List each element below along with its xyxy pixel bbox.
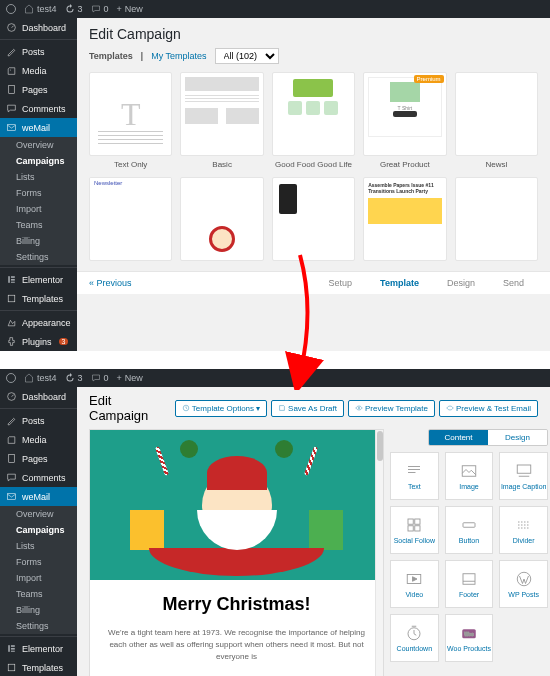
- email-body-text[interactable]: We're a tight team here at 1973. We reco…: [104, 627, 369, 663]
- template-card[interactable]: How Consumers' Trends are Transforming t…: [272, 177, 355, 261]
- admin-sidebar: Dashboard Posts Media Pages Comments weM…: [0, 18, 77, 351]
- template-card[interactable]: Good Food Good Life: [272, 72, 355, 169]
- sidebar-sub-lists[interactable]: Lists: [0, 169, 77, 185]
- widget-woo[interactable]: WooWoo Products: [445, 614, 494, 662]
- template-card[interactable]: TText Only: [89, 72, 172, 169]
- sidebar-wemail[interactable]: weMail: [0, 118, 77, 137]
- page-title: Edit Campaign: [89, 393, 171, 423]
- widget-social[interactable]: Social Follow: [390, 506, 439, 554]
- email-canvas[interactable]: Merry Christmas! We're a tight team here…: [89, 429, 384, 676]
- svg-rect-23: [408, 519, 413, 524]
- sidebar-wemail[interactable]: weMail: [0, 487, 77, 506]
- wp-logo-icon[interactable]: [6, 4, 16, 14]
- svg-rect-18: [8, 664, 15, 671]
- sidebar-elementor[interactable]: Elementor: [0, 636, 77, 658]
- sidebar-dashboard[interactable]: Dashboard: [0, 387, 77, 406]
- sidebar-sub-import[interactable]: Import: [0, 570, 77, 586]
- template-card[interactable]: PremiumT ShirtGreat Product: [363, 72, 446, 169]
- sidebar-templates[interactable]: Templates: [0, 658, 77, 676]
- filter-category-select[interactable]: All (102): [215, 48, 279, 64]
- widget-text[interactable]: Text: [390, 452, 439, 500]
- template-options-button[interactable]: Template Options ▾: [175, 400, 267, 417]
- site-link[interactable]: test4: [24, 4, 57, 14]
- widget-wpposts[interactable]: WP Posts: [499, 560, 548, 608]
- admin-bar: test4 3 0 + New: [0, 369, 550, 387]
- preview-button[interactable]: Preview Template: [348, 400, 435, 417]
- updates-link[interactable]: 3: [65, 373, 83, 383]
- widget-divider[interactable]: Divider: [499, 506, 548, 554]
- svg-rect-15: [11, 645, 15, 647]
- widget-button[interactable]: Button: [445, 506, 494, 554]
- widget-footer[interactable]: Footer: [445, 560, 494, 608]
- sidebar-elementor[interactable]: Elementor: [0, 267, 77, 289]
- sidebar-sub-teams[interactable]: Teams: [0, 217, 77, 233]
- svg-rect-4: [8, 125, 16, 131]
- widget-image-caption[interactable]: Image Caption: [499, 452, 548, 500]
- svg-rect-12: [9, 455, 15, 463]
- hero-image: [90, 430, 383, 580]
- template-card[interactable]: Newsl: [455, 72, 538, 169]
- tab-content[interactable]: Content: [429, 430, 488, 445]
- canvas-scrollbar[interactable]: [375, 430, 383, 676]
- svg-point-20: [358, 407, 360, 409]
- sidebar-appearance[interactable]: Appearance: [0, 310, 77, 332]
- new-link[interactable]: + New: [117, 373, 143, 383]
- template-card[interactable]: [180, 177, 263, 261]
- sidebar-media[interactable]: Media: [0, 61, 77, 80]
- new-link[interactable]: + New: [117, 4, 143, 14]
- step-template[interactable]: Template: [380, 278, 419, 288]
- sidebar-sub-lists[interactable]: Lists: [0, 538, 77, 554]
- step-send[interactable]: Send: [503, 278, 524, 288]
- main-content: Edit Campaign Templates | My Templates A…: [77, 18, 550, 351]
- sidebar-posts[interactable]: Posts: [0, 408, 77, 430]
- sidebar-posts[interactable]: Posts: [0, 39, 77, 61]
- template-card[interactable]: Newsletter: [89, 177, 172, 261]
- sidebar-sub-settings[interactable]: Settings: [0, 618, 77, 634]
- updates-link[interactable]: 3: [65, 4, 83, 14]
- sidebar-sub-settings[interactable]: Settings: [0, 249, 77, 265]
- sidebar-pages[interactable]: Pages: [0, 80, 77, 99]
- template-card[interactable]: Assemble Papers Issue #11 Transitions La…: [363, 177, 446, 261]
- wp-logo-icon[interactable]: [6, 373, 16, 383]
- widget-countdown[interactable]: Countdown: [390, 614, 439, 662]
- sidebar-sub-import[interactable]: Import: [0, 201, 77, 217]
- sidebar-sub-forms[interactable]: Forms: [0, 554, 77, 570]
- step-setup[interactable]: Setup: [329, 278, 353, 288]
- sidebar-comments[interactable]: Comments: [0, 468, 77, 487]
- widget-image[interactable]: Image: [445, 452, 494, 500]
- sidebar-templates[interactable]: Templates: [0, 289, 77, 308]
- sidebar-sub-overview[interactable]: Overview: [0, 137, 77, 153]
- wizard-steps: « Previous Setup Template Design Send: [77, 271, 550, 294]
- sidebar-sub-campaigns[interactable]: Campaigns: [0, 153, 77, 169]
- sidebar-sub-teams[interactable]: Teams: [0, 586, 77, 602]
- template-card[interactable]: ME: [455, 177, 538, 261]
- email-heading[interactable]: Merry Christmas!: [104, 594, 369, 615]
- comments-link[interactable]: 0: [91, 4, 109, 14]
- template-card[interactable]: Basic: [180, 72, 263, 169]
- sidebar-media[interactable]: Media: [0, 430, 77, 449]
- widget-video[interactable]: Video: [390, 560, 439, 608]
- sidebar-dashboard[interactable]: Dashboard: [0, 18, 77, 37]
- filter-mytemplates[interactable]: My Templates: [151, 51, 206, 61]
- sidebar-sub-forms[interactable]: Forms: [0, 185, 77, 201]
- svg-rect-22: [517, 465, 531, 473]
- sidebar-sub-overview[interactable]: Overview: [0, 506, 77, 522]
- save-draft-button[interactable]: Save As Draft: [271, 400, 344, 417]
- svg-rect-7: [11, 279, 15, 281]
- prev-button[interactable]: « Previous: [89, 278, 132, 288]
- sidebar-pages[interactable]: Pages: [0, 449, 77, 468]
- sidebar-comments[interactable]: Comments: [0, 99, 77, 118]
- sidebar-sub-billing[interactable]: Billing: [0, 233, 77, 249]
- svg-rect-27: [463, 523, 475, 528]
- sidebar-sub-billing[interactable]: Billing: [0, 602, 77, 618]
- filter-templates[interactable]: Templates: [89, 51, 133, 61]
- panel-tabs: Content Design: [428, 429, 548, 446]
- site-link[interactable]: test4: [24, 373, 57, 383]
- preview-test-button[interactable]: Preview & Test Email: [439, 400, 538, 417]
- step-design[interactable]: Design: [447, 278, 475, 288]
- sidebar-sub-campaigns[interactable]: Campaigns: [0, 522, 77, 538]
- comments-link[interactable]: 0: [91, 373, 109, 383]
- sidebar-plugins[interactable]: Plugins3: [0, 332, 77, 351]
- svg-rect-6: [11, 276, 15, 278]
- tab-design[interactable]: Design: [488, 430, 547, 445]
